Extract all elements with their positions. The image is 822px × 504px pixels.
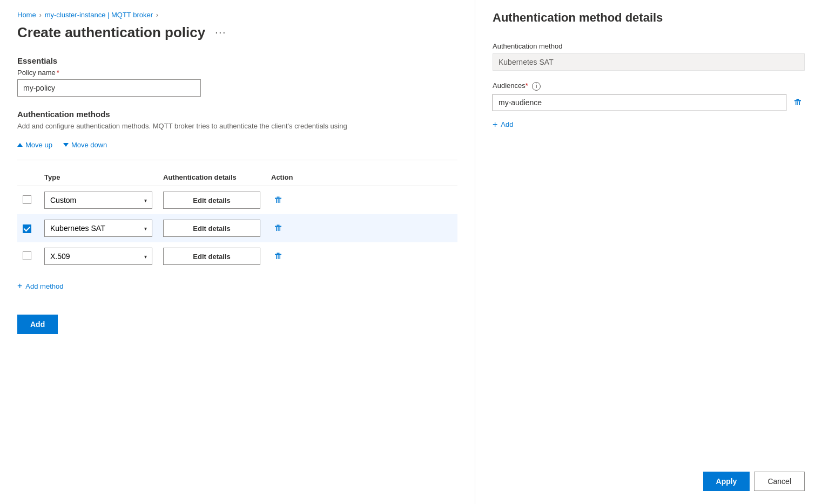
auth-methods-table: Type Authentication details Action Custo… [17,169,457,270]
row1-type-cell: Custom Kubernetes SAT X.509 ▾ [39,186,158,215]
page-title: Create authentication policy [17,24,205,41]
svg-rect-21 [794,100,801,101]
row1-trash-icon [273,195,283,205]
row2-type-dropdown-wrapper: Custom Kubernetes SAT X.509 ▾ [44,220,152,237]
row3-trash-icon [273,251,283,261]
rp-audiences-label: Audiences* i [493,81,805,91]
audiences-info-icon[interactable]: i [532,82,541,91]
col-auth-details: Authentication details [158,169,266,186]
breadcrumb: Home › my-cluster-instance | MQTT broker… [17,11,457,19]
svg-rect-5 [275,199,281,199]
svg-rect-16 [277,253,280,254]
rp-add-audience-button[interactable]: + Add [493,118,513,132]
svg-rect-17 [275,255,281,255]
row1-delete-cell [266,186,457,215]
move-up-button[interactable]: Move up [17,139,52,151]
svg-rect-8 [280,227,281,231]
auth-methods-section: Authentication methods Add and configure… [17,110,457,293]
arrow-down-icon [63,143,69,147]
svg-rect-18 [796,101,797,105]
policy-name-label: Policy name* [17,69,457,77]
table-row: Custom Kubernetes SAT X.509 ▾ Edit detai… [17,242,457,270]
rp-plus-icon: + [493,120,497,130]
svg-rect-11 [275,227,281,227]
policy-name-input[interactable] [17,79,201,97]
rp-auth-method-label: Authentication method [493,42,805,50]
rp-audiences-input[interactable] [493,94,786,111]
row2-type-cell: Custom Kubernetes SAT X.509 ▾ [39,214,158,242]
row2-trash-icon [273,223,283,233]
add-button[interactable]: Add [17,315,58,334]
row2-edit-button[interactable]: Edit details [163,220,260,237]
breadcrumb-sep-2: › [156,11,158,19]
table-row: Custom Kubernetes SAT X.509 ▾ Edit detai… [17,214,457,242]
apply-button[interactable]: Apply [703,472,750,491]
svg-rect-12 [276,255,277,259]
col-type: Type [39,169,158,186]
row1-type-dropdown-wrapper: Custom Kubernetes SAT X.509 ▾ [44,192,152,209]
row3-delete-button[interactable] [271,249,285,263]
svg-rect-22 [797,99,799,100]
svg-rect-13 [278,255,279,259]
move-controls: Move up Move down [17,139,457,151]
rp-audiences-delete-button[interactable] [791,96,805,110]
breadcrumb-home[interactable]: Home [17,11,36,19]
row2-checkbox-cell [17,214,39,242]
row1-checkbox-cell [17,186,39,215]
row3-delete-cell [266,242,457,270]
row2-type-select[interactable]: Custom Kubernetes SAT X.509 [44,220,152,237]
breadcrumb-sep-1: › [39,11,42,19]
row3-edit-cell: Edit details [158,242,266,270]
svg-rect-6 [276,227,277,231]
row1-checkbox[interactable] [23,195,31,204]
svg-rect-15 [275,254,281,255]
row2-delete-cell [266,214,457,242]
auth-methods-title: Authentication methods [17,110,457,119]
table-divider [17,160,457,160]
move-down-button[interactable]: Move down [63,139,107,151]
row2-delete-button[interactable] [271,221,285,235]
row3-edit-button[interactable]: Edit details [163,248,260,265]
row3-type-select[interactable]: Custom Kubernetes SAT X.509 [44,248,152,265]
svg-rect-2 [280,199,281,203]
svg-rect-19 [797,101,798,105]
svg-rect-4 [277,197,280,198]
row1-type-select[interactable]: Custom Kubernetes SAT X.509 [44,192,152,209]
svg-rect-3 [275,198,281,199]
cancel-button[interactable]: Cancel [754,472,805,491]
breadcrumb-cluster[interactable]: my-cluster-instance | MQTT broker [45,11,153,19]
auth-methods-desc: Add and configure authentication methods… [17,122,457,130]
col-action: Action [266,169,457,186]
row1-edit-button[interactable]: Edit details [163,192,260,209]
svg-rect-10 [277,225,280,226]
row3-type-cell: Custom Kubernetes SAT X.509 ▾ [39,242,158,270]
svg-rect-1 [278,199,279,203]
rp-audiences-row [493,94,805,111]
row1-delete-button[interactable] [271,193,285,207]
plus-icon: + [17,281,22,291]
arrow-up-icon [17,143,23,147]
essentials-title: Essentials [17,56,457,65]
right-panel-title: Authentication method details [493,11,805,25]
essentials-section: Essentials Policy name* [17,56,457,97]
svg-rect-0 [276,199,277,203]
rp-auth-method-value: Kubernetes SAT [493,53,805,71]
page-title-row: Create authentication policy ··· [17,24,457,41]
rp-trash-icon [793,98,803,107]
left-panel: Home › my-cluster-instance | MQTT broker… [0,0,475,504]
bottom-bar: Add [17,315,457,334]
svg-rect-23 [794,101,801,101]
svg-rect-14 [280,255,281,259]
col-checkbox [17,169,39,186]
svg-rect-9 [275,226,281,227]
ellipsis-menu-button[interactable]: ··· [212,26,230,39]
svg-rect-7 [278,227,279,231]
row2-edit-cell: Edit details [158,214,266,242]
row2-checkbox[interactable] [23,224,31,233]
table-row: Custom Kubernetes SAT X.509 ▾ Edit detai… [17,186,457,215]
svg-rect-20 [799,101,800,105]
row3-checkbox-cell [17,242,39,270]
add-method-button[interactable]: + Add method [17,279,63,293]
row3-type-dropdown-wrapper: Custom Kubernetes SAT X.509 ▾ [44,248,152,265]
row3-checkbox[interactable] [23,251,31,260]
